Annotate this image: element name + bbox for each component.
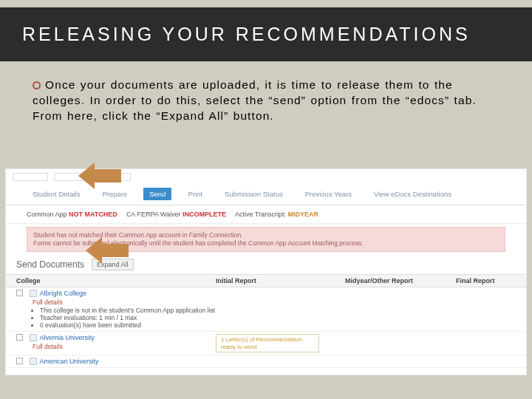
full-details-link[interactable]: Full details [16,341,216,350]
tab-previous-years[interactable]: Previous Years [299,188,358,200]
slide-title: RELEASING YOUR RECOMMENDATIONS [0,7,532,61]
warning-banner: Student has not matched their Common App… [27,227,505,252]
col-college: College [16,277,216,284]
edocs-tabs: Student Details Prepare Send Print Submi… [6,185,526,205]
status-common-app: Common App NOT MATCHED [27,210,117,219]
recommendation-status-box: 1 Letter(s) of Recommendation ready to s… [216,334,319,352]
table-row: Alvernia University Full details 1 Lette… [6,332,526,355]
embedded-screenshot: Student Details Prepare Send Print Submi… [5,168,527,375]
col-final: Final Report [456,277,516,284]
college-icon [30,334,37,341]
tab-submission-status[interactable]: Submission Status [219,188,289,200]
college-icon [30,358,37,365]
status-ferpa: CA FERPA Waiver INCOMPLETE [126,210,226,219]
tab-view-edocs-destinations[interactable]: View eDocs Destinations [368,188,457,200]
college-link[interactable]: Albright College [30,290,87,297]
instruction-paragraph: Once your documents are uploaded, it is … [0,61,532,130]
list-item: 0 evaluation(s) have been submitted [40,321,216,329]
college-detail-list: This college is not in the student's Com… [16,306,216,329]
send-documents-heading: Send Documents [16,259,84,270]
table-row: American University [6,355,526,368]
warning-line-2: Forms cannot be submitted electronically… [33,239,499,248]
full-details-link[interactable]: Full details [16,297,216,306]
status-bar: Common App NOT MATCHED CA FERPA Waiver I… [6,205,526,224]
top-tab-placeholders [6,169,526,185]
list-item: Teacher evaluations: 1 min / 1 max [40,314,216,321]
row-checkbox[interactable] [16,334,23,341]
tab-print[interactable]: Print [182,188,208,200]
college-link[interactable]: Alvernia University [30,334,95,341]
college-icon [30,290,37,297]
col-initial: Initial Report [216,277,345,284]
table-row: Albright College Full details This colle… [6,287,526,332]
instruction-text: Once your documents are uploaded, it is … [33,78,477,122]
warning-line-1: Student has not matched their Common App… [33,231,499,239]
status-transcript: Active Transcript: MIDYEAR [235,210,318,219]
table-header: College Initial Report Midyear/Other Rep… [6,274,526,287]
bullet-ring-icon [33,81,41,89]
tab-prepare[interactable]: Prepare [96,188,133,200]
tab-student-details[interactable]: Student Details [27,188,86,200]
row-checkbox[interactable] [16,290,23,296]
col-midyear: Midyear/Other Report [345,277,456,284]
tab-send[interactable]: Send [143,188,171,200]
send-documents-row: Send Documents Expand All [6,255,526,274]
row-checkbox[interactable] [16,358,23,364]
list-item: This college is not in the student's Com… [40,307,216,314]
college-link[interactable]: American University [30,358,99,365]
expand-all-button[interactable]: Expand All [92,259,134,270]
